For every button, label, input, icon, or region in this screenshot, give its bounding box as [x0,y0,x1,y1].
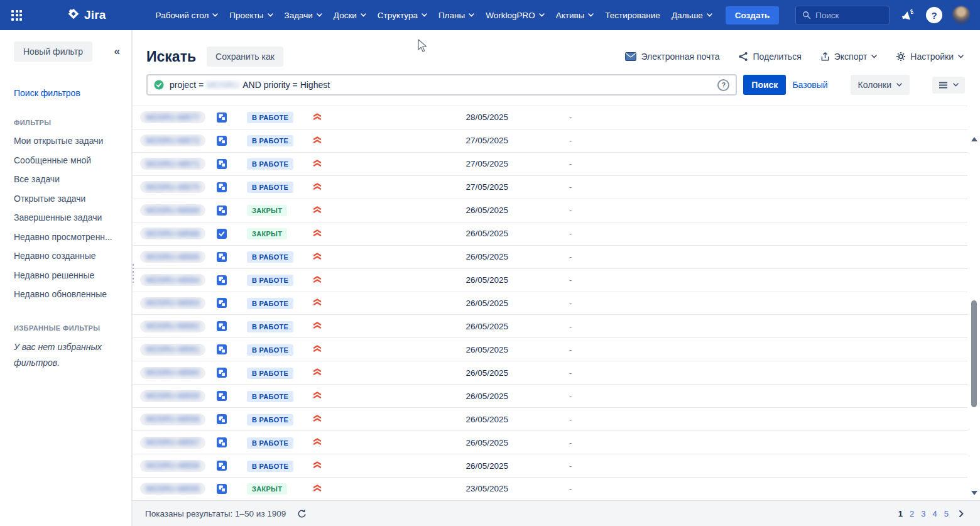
basic-mode-link[interactable]: Базовый [792,80,827,90]
scroll-up-arrow[interactable] [971,137,977,141]
next-page-button[interactable] [959,510,964,517]
issue-key-redacted[interactable]: MOSRU-48565 [140,251,205,263]
chevron-down-icon [707,13,712,17]
export-action-button[interactable]: Экспорт [820,52,878,62]
page-number[interactable]: 3 [921,509,925,518]
filter-list-item[interactable]: Все задачи [14,170,122,189]
search-filters-link[interactable]: Поиск фильтров [14,88,80,98]
issue-key-redacted[interactable]: MOSRU-68577 [140,111,205,123]
issue-key-redacted[interactable]: MOSRU-48556 [140,460,205,472]
filter-list-item[interactable]: Недавно просмотренн... [14,227,122,247]
filter-list-item[interactable]: Недавно решенные [14,266,122,285]
issue-row[interactable]: MOSRU-68558 В РАБОТЕ [133,407,967,430]
issue-key-redacted[interactable]: MOSRU-48561 [140,344,205,356]
issue-key-redacted[interactable]: MOSRU-68572 [140,134,205,146]
issue-key-redacted[interactable]: MOSRU-68559 [140,390,205,402]
help-button[interactable]: ? [926,7,942,23]
filter-list-item[interactable]: Мои открытые задачи [14,131,122,151]
refresh-button[interactable] [297,509,307,518]
issue-priority-cell [312,275,461,286]
jql-query-input[interactable]: project =MOSRUAND priority = Highest ? [146,74,737,96]
issue-row[interactable]: MOSRU-68572 В РАБОТЕ [133,129,967,152]
issue-priority-cell [312,344,461,355]
email-action-button[interactable]: Электронная почта [625,52,719,62]
nav-menu-item[interactable]: Проекты [224,0,278,30]
scrollbar-thumb[interactable] [971,300,977,407]
issue-row[interactable]: MOSRU-68563 В РАБОТЕ [133,292,967,315]
issue-due-date: - [508,368,967,378]
collapse-sidebar-button[interactable]: « [112,45,122,58]
nav-menu-item[interactable]: Дальше [666,0,718,30]
page-number[interactable]: 1 [898,509,903,518]
filter-list-item[interactable]: Открытые задачи [14,189,122,209]
app-switcher-icon[interactable] [11,10,22,21]
announcements-button[interactable] [901,8,915,22]
issue-row[interactable]: MOSRU-48565 В РАБОТЕ [133,245,967,268]
subtask-type-icon [217,205,227,216]
issue-row[interactable]: MOSRU-68555 ЗАКРЫТ [133,477,967,500]
nav-search-input[interactable] [815,11,878,20]
nav-menu-item[interactable]: WorklogPRO [480,0,550,30]
issue-key-redacted[interactable]: MOSRU-68558 [140,414,205,425]
issue-key-redacted[interactable]: MOSRU-68563 [140,297,205,309]
page-number[interactable]: 4 [933,509,937,518]
issue-key-redacted[interactable]: MOSRU-68555 [140,483,205,495]
issue-row[interactable]: MOSRU-68569 ЗАКРЫТ [133,199,967,222]
issue-date: 27/05/2025 [461,136,508,145]
create-button[interactable]: Создать [726,6,780,25]
nav-search[interactable] [795,6,890,25]
issue-row[interactable]: MOSRU-68559 В РАБОТЕ [133,384,967,407]
issue-row[interactable]: MOSRU-48570 В РАБОТЕ [133,175,967,199]
save-as-button[interactable]: Сохранить как [207,47,283,67]
issue-key-redacted[interactable]: MOSRU-48570 [140,181,205,193]
nav-menu-item[interactable]: Тестирование [599,0,666,30]
issue-key-redacted[interactable]: MOSRU-48557 [140,437,205,449]
share-action-button[interactable]: Поделиться [738,52,801,62]
issue-row[interactable]: MOSRU-68577 В РАБОТЕ [133,106,967,129]
subtask-type-icon [217,252,227,262]
issue-key-redacted[interactable]: MOSRU-48564 [140,274,205,286]
nav-menu-item[interactable]: Структура [372,0,433,30]
nav-menu-item[interactable]: Рабочий стол [150,0,224,30]
filter-list-item[interactable]: Сообщенные мной [14,151,122,170]
scroll-down-arrow[interactable] [971,491,977,495]
issue-row[interactable]: MOSRU-48556 В РАБОТЕ [133,454,967,477]
issue-row[interactable]: MOSRU-48560 В РАБОТЕ [133,361,967,384]
results-count-text: Показаны результаты: 1–50 из 1909 [145,509,286,518]
sidebar-resize-handle[interactable] [133,264,134,283]
filter-list-item[interactable]: Недавно созданные [14,246,122,266]
issue-key-redacted[interactable]: MOSRU-68562 [140,321,205,332]
vertical-scrollbar[interactable] [970,101,979,500]
nav-menu-item[interactable]: Задачи [279,0,328,30]
priority-highest-icon [312,205,322,214]
issue-row[interactable]: MOSRU-68562 В РАБОТЕ [133,314,967,337]
views-menu-button[interactable] [932,77,965,94]
page-number[interactable]: 2 [910,509,914,518]
issue-type-cell [217,414,247,424]
page-number[interactable]: 5 [944,509,949,518]
subtask-type-icon [217,182,227,192]
issue-row[interactable]: MOSRU-48557 В РАБОТЕ [133,430,967,454]
issue-key-cell: MOSRU-48570 [133,181,217,193]
search-button[interactable]: Поиск [743,75,786,95]
nav-menu-item[interactable]: Планы [433,0,480,30]
nav-menu-item[interactable]: Активы [550,0,600,30]
syntax-help-icon[interactable]: ? [717,79,729,91]
nav-menu-item[interactable]: Доски [328,0,372,30]
jira-logo[interactable]: Jira [67,8,106,23]
issue-row[interactable]: MOSRU-68568 ЗАКРЫТ [133,222,967,245]
issue-row[interactable]: MOSRU-48564 В РАБОТЕ [133,268,967,292]
issue-key-redacted[interactable]: MOSRU-48571 [140,158,205,170]
filter-list-item[interactable]: Недавно обновленные [14,285,122,304]
columns-button[interactable]: Колонки [851,75,910,95]
issue-key-redacted[interactable]: MOSRU-48560 [140,367,205,379]
issue-key-redacted[interactable]: MOSRU-68569 [140,204,205,216]
settings-action-button[interactable]: Настройки [896,52,964,62]
issue-row[interactable]: MOSRU-48561 В РАБОТЕ [133,337,967,361]
new-filter-button[interactable]: Новый фильтр [14,41,92,62]
issue-key-text: MOSRU-68562 [146,322,199,331]
issue-row[interactable]: MOSRU-48571 В РАБОТЕ [133,152,967,175]
issue-key-redacted[interactable]: MOSRU-68568 [140,227,205,239]
filter-list-item[interactable]: Завершенные задачи [14,208,122,227]
user-avatar[interactable] [952,6,970,24]
